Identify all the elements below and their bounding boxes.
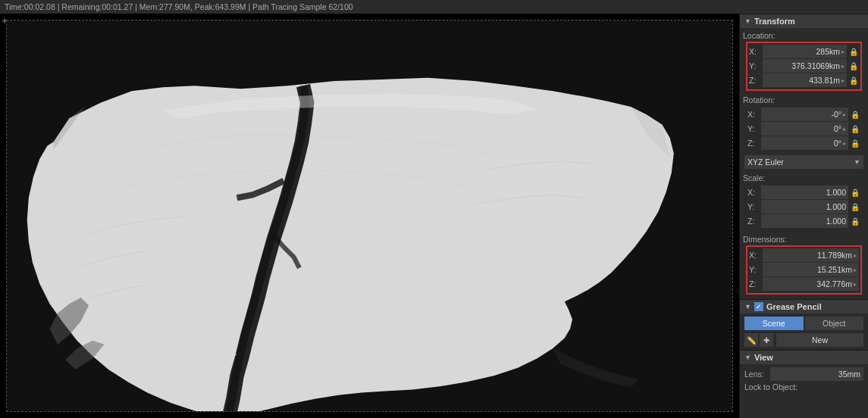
dimensions-z-row: Z: 342.776m ▸ <box>749 277 859 291</box>
location-x-label: X: <box>749 47 761 56</box>
rotation-x-field[interactable]: -0° ▸ <box>761 108 848 121</box>
gp-new-button[interactable]: New <box>776 333 863 347</box>
rotation-x-arrow: ▸ <box>843 111 846 118</box>
scale-group: X: 1.000 🔒 Y: 1.000 🔒 Z: 1.000 <box>746 184 862 230</box>
dimensions-x-row: X: 11.789km ▸ <box>749 248 859 262</box>
transform-section-header[interactable]: ▼ Transform <box>740 14 868 28</box>
dimensions-x-value: 11.789km <box>765 251 852 260</box>
dimensions-z-label: Z: <box>749 279 761 289</box>
rotation-group: X: -0° ▸ 🔒 Y: 0° ▸ 🔒 Z: <box>746 106 862 152</box>
lock-to-object-label: Lock to Object: <box>744 382 797 391</box>
scale-z-lock[interactable]: 🔒 <box>850 214 860 228</box>
location-label: Location: <box>743 31 865 40</box>
main-area: + <box>0 14 868 418</box>
lens-value: 35mm <box>838 370 860 379</box>
scale-z-field[interactable]: 1.000 <box>761 214 848 228</box>
rotation-z-row: Z: 0° ▸ 🔒 <box>747 136 860 150</box>
3d-viewport[interactable]: + <box>0 14 739 418</box>
transform-arrow: ▼ <box>744 17 751 25</box>
grease-pencil-arrow: ▼ <box>744 303 751 310</box>
location-y-lock[interactable]: 🔒 <box>848 59 859 73</box>
gp-new-row: ✏️ ✚ New <box>744 333 863 347</box>
scale-x-lock[interactable]: 🔒 <box>850 186 860 199</box>
location-z-field[interactable]: 433.81m ▸ <box>763 73 847 87</box>
location-z-row: Z: 433.81m ▸ 🔒 <box>749 73 859 87</box>
grease-pencil-label: Grease Pencil <box>766 302 822 311</box>
location-x-lock[interactable]: 🔒 <box>848 45 859 58</box>
scale-y-field[interactable]: 1.000 <box>761 200 848 214</box>
dimensions-x-field[interactable]: 11.789km ▸ <box>763 248 859 262</box>
rotation-x-value: -0° <box>763 110 841 119</box>
view-label: View <box>754 353 773 362</box>
grease-pencil-section-header[interactable]: ▼ ✓ Grease Pencil <box>740 299 868 314</box>
location-x-value: 285km <box>765 47 840 56</box>
rotation-x-label: X: <box>747 110 760 119</box>
rotation-y-value: 0° <box>763 124 841 133</box>
rotation-y-lock[interactable]: 🔒 <box>850 122 860 136</box>
gp-action-icons: ✏️ ✚ <box>744 333 773 347</box>
gp-add-icon[interactable]: ✚ <box>760 333 773 347</box>
location-y-row: Y: 376.31069km ▸ 🔒 <box>749 59 859 73</box>
location-x-field[interactable]: 285km ▸ <box>763 45 847 58</box>
dimensions-y-field[interactable]: 15.251km ▸ <box>763 263 859 276</box>
location-z-lock[interactable]: 🔒 <box>848 73 859 87</box>
scale-z-value: 1.000 <box>763 217 846 226</box>
rotation-label: Rotation: <box>743 95 865 104</box>
location-x-arrow: ▸ <box>841 48 844 55</box>
rotation-y-field[interactable]: 0° ▸ <box>761 122 848 136</box>
rotation-z-field[interactable]: 0° ▸ <box>761 136 848 150</box>
scale-z-row: Z: 1.000 🔒 <box>747 214 860 228</box>
rotation-z-lock[interactable]: 🔒 <box>850 136 860 150</box>
dimensions-z-field[interactable]: 342.776m ▸ <box>763 277 859 291</box>
location-z-arrow: ▸ <box>841 77 844 84</box>
rotation-z-arrow: ▸ <box>843 140 846 147</box>
transform-label: Transform <box>754 17 795 26</box>
rotation-x-row: X: -0° ▸ 🔒 <box>747 108 860 121</box>
scale-y-label: Y: <box>747 202 760 211</box>
scale-z-label: Z: <box>747 217 760 226</box>
viewport-inner <box>6 20 733 412</box>
scale-x-row: X: 1.000 🔒 <box>747 186 860 199</box>
right-panel: ▼ Transform Location: X: 285km ▸ 🔒 Y: <box>739 14 868 418</box>
rotation-x-lock[interactable]: 🔒 <box>850 108 860 121</box>
euler-value: XYZ Euler <box>747 158 784 167</box>
dimensions-x-arrow: ▸ <box>854 252 857 259</box>
gp-pencil-icon[interactable]: ✏️ <box>744 333 758 347</box>
scale-y-value: 1.000 <box>763 202 846 211</box>
status-text: Time:00:02.08 | Remaining:00:01.27 | Mem… <box>5 2 353 11</box>
location-x-row: X: 285km ▸ 🔒 <box>749 45 859 58</box>
location-y-field[interactable]: 376.31069km ▸ <box>763 59 847 73</box>
location-y-arrow: ▸ <box>841 63 844 70</box>
euler-arrow: ▼ <box>854 158 860 166</box>
euler-dropdown-row[interactable]: XYZ Euler ▼ <box>740 155 868 172</box>
dimensions-z-arrow: ▸ <box>854 281 857 288</box>
checkbox-check: ✓ <box>756 304 761 310</box>
grease-pencil-checkbox[interactable]: ✓ <box>754 302 763 311</box>
dimensions-y-row: Y: 15.251km ▸ <box>749 263 859 276</box>
dimensions-label: Dimensions: <box>743 235 865 244</box>
scale-x-field[interactable]: 1.000 <box>761 186 848 199</box>
grease-pencil-content: Scene Object ✏️ ✚ New <box>740 314 868 350</box>
location-y-value: 376.31069km <box>765 61 840 70</box>
lock-to-object-row: Lock to Object: <box>744 382 863 391</box>
view-content: Lens: 35mm Lock to Object: <box>740 364 868 396</box>
tab-scene[interactable]: Scene <box>744 317 804 330</box>
dimensions-group: X: 11.789km ▸ Y: 15.251km ▸ Z: <box>746 245 862 295</box>
dimensions-x-label: X: <box>749 251 761 260</box>
rotation-y-label: Y: <box>747 124 760 133</box>
scale-y-row: Y: 1.000 🔒 <box>747 200 860 214</box>
tab-object[interactable]: Object <box>805 317 864 330</box>
dimensions-y-arrow: ▸ <box>854 267 857 273</box>
view-arrow: ▼ <box>744 354 751 361</box>
scale-label: Scale: <box>743 173 865 182</box>
location-group: X: 285km ▸ 🔒 Y: 376.31069km ▸ 🔒 <box>746 42 862 91</box>
euler-dropdown[interactable]: XYZ Euler ▼ <box>744 155 863 169</box>
lens-label: Lens: <box>744 370 767 379</box>
lens-field[interactable]: 35mm <box>770 367 863 381</box>
rotation-y-row: Y: 0° ▸ 🔒 <box>747 122 860 136</box>
scale-y-lock[interactable]: 🔒 <box>850 200 860 214</box>
view-section-header[interactable]: ▼ View <box>740 350 868 364</box>
rotation-z-label: Z: <box>747 139 760 148</box>
dimensions-y-label: Y: <box>749 265 761 274</box>
location-y-label: Y: <box>749 61 761 70</box>
